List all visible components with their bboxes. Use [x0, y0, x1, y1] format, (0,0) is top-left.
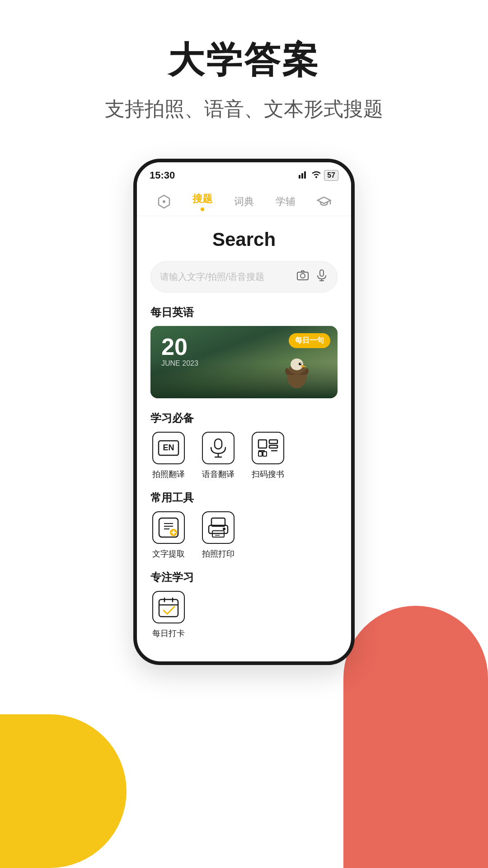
battery-indicator: 57 [324, 170, 338, 181]
graduation-icon [317, 194, 331, 209]
tool-voice-translate[interactable]: 语音翻译 [200, 432, 236, 480]
daily-english-title: 每日英语 [150, 305, 338, 320]
svg-point-16 [300, 363, 301, 364]
signal-icon [299, 170, 309, 181]
svg-rect-19 [215, 439, 222, 449]
daily-badge[interactable]: 每日一句 [289, 333, 330, 348]
tool-text-extract[interactable]: 文字提取 [150, 511, 187, 559]
header-section: 大学答案 支持拍照、语音、文本形式搜题 [0, 0, 488, 141]
tool-scan-book-icon [252, 432, 284, 464]
svg-rect-42 [159, 599, 178, 617]
svg-rect-22 [258, 440, 267, 448]
tab-active-dot [201, 208, 204, 211]
svg-rect-1 [301, 173, 303, 179]
tool-voice-translate-icon [202, 432, 235, 464]
tab-search-label: 搜题 [192, 192, 212, 206]
tool-daily-checkin[interactable]: 每日打卡 [150, 591, 187, 639]
search-title: Search [150, 229, 338, 250]
svg-rect-10 [320, 270, 324, 276]
mic-search-icon[interactable] [315, 269, 328, 285]
camera-search-icon[interactable] [296, 269, 309, 285]
svg-point-39 [223, 528, 225, 530]
svg-point-15 [299, 363, 301, 365]
tool-photo-translate-icon: EN [152, 432, 185, 464]
svg-rect-27 [258, 452, 262, 456]
search-placeholder: 请输入文字/拍照/语音搜题 [160, 271, 296, 283]
svg-point-3 [315, 176, 317, 178]
common-tools-title: 常用工具 [150, 491, 338, 505]
tab-tutor[interactable]: 学辅 [270, 193, 301, 210]
tool-photo-translate-label: 拍照翻译 [152, 469, 185, 480]
tool-photo-print-icon [202, 511, 235, 544]
tool-scan-book-label: 扫码搜书 [252, 469, 284, 480]
tab-dict[interactable]: 词典 [229, 193, 259, 210]
focus-study-title: 专注学习 [150, 570, 338, 585]
svg-marker-6 [318, 197, 330, 203]
tab-tutor-label: 学辅 [276, 195, 296, 208]
wifi-icon [311, 170, 321, 181]
tool-text-extract-label: 文字提取 [152, 548, 185, 559]
daily-english-card[interactable]: 20 JUNE 2023 每日一句 [150, 326, 338, 398]
svg-rect-2 [304, 171, 306, 179]
hex-icon [157, 194, 171, 209]
common-tools-grid: 文字提取 [150, 511, 338, 559]
status-bar: 15:30 [137, 162, 351, 185]
tab-hex[interactable] [151, 193, 177, 211]
svg-point-9 [300, 274, 305, 278]
tab-grad[interactable] [311, 193, 337, 211]
svg-rect-28 [263, 452, 267, 456]
battery-level: 57 [327, 171, 335, 179]
nav-tabs: 搜题 词典 学辅 [137, 185, 351, 216]
tool-photo-translate[interactable]: EN 拍照翻译 [150, 432, 187, 480]
phone-content: Search 请输入文字/拍照/语音搜题 [137, 216, 351, 659]
search-bar-icons [296, 269, 328, 285]
svg-rect-23 [269, 440, 277, 443]
daily-english-section: 每日英语 20 JUNE 2023 每日一句 [150, 305, 338, 398]
focus-study-section: 专注学习 [150, 570, 338, 639]
svg-point-5 [163, 200, 165, 203]
tab-dict-label: 词典 [234, 195, 254, 208]
tool-voice-translate-label: 语音翻译 [202, 469, 235, 480]
app-subtitle: 支持拍照、语音、文本形式搜题 [0, 96, 488, 123]
search-bar[interactable]: 请输入文字/拍照/语音搜题 [150, 261, 338, 292]
status-icons: 57 [299, 170, 338, 181]
tab-search[interactable]: 搜题 [187, 190, 218, 213]
study-tools-grid: EN 拍照翻译 [150, 432, 338, 480]
svg-rect-24 [269, 445, 277, 448]
phone-mockup-container: 15:30 [0, 159, 488, 665]
tool-daily-checkin-label: 每日打卡 [152, 628, 185, 639]
phone-mockup: 15:30 [133, 159, 355, 665]
status-time: 15:30 [150, 170, 175, 181]
bg-decoration-yellow [0, 714, 127, 868]
tool-text-extract-icon [152, 511, 185, 544]
study-tools-title: 学习必备 [150, 411, 338, 425]
svg-rect-0 [299, 175, 300, 179]
common-tools-section: 常用工具 [150, 491, 338, 559]
app-title: 大学答案 [0, 36, 488, 85]
svg-text:EN: EN [163, 443, 174, 452]
tool-photo-print[interactable]: 拍照打印 [200, 511, 236, 559]
focus-tools-grid: 每日打卡 [150, 591, 338, 639]
tool-photo-print-label: 拍照打印 [202, 548, 235, 559]
tool-daily-checkin-icon [152, 591, 185, 623]
tool-scan-book[interactable]: 扫码搜书 [250, 432, 286, 480]
study-tools-section: 学习必备 EN 拍照翻译 [150, 411, 338, 480]
